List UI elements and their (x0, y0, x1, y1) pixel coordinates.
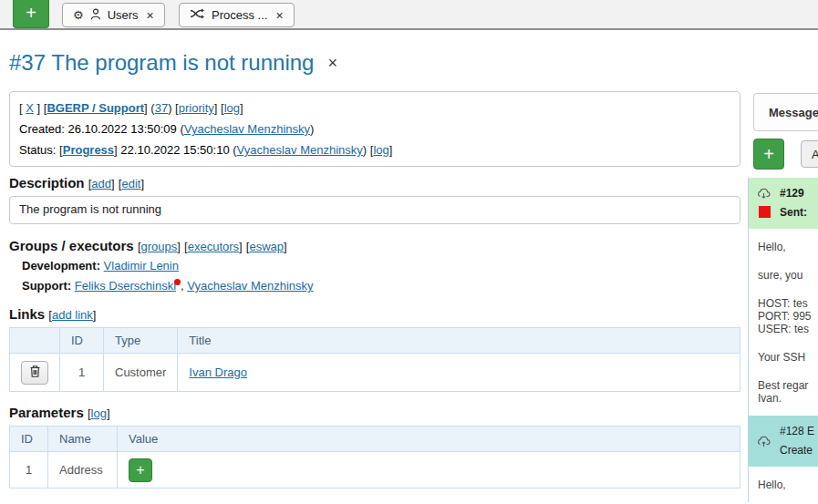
add-param-value-button[interactable]: + (129, 458, 152, 482)
message-body-line: Ivan. (758, 392, 818, 405)
status-author-link[interactable]: Vyacheslav Menzhinsky (237, 143, 363, 157)
plus-icon: + (26, 3, 36, 23)
plus-icon: + (763, 144, 774, 165)
column-header-actions (10, 328, 60, 354)
groups-link[interactable]: groups (141, 240, 178, 253)
column-header-id: ID (60, 328, 104, 354)
list-item: #128 E Create Hello, (749, 416, 818, 502)
created-datetime: 26.10.2022 13:50:09 (68, 122, 177, 136)
link-title-link[interactable]: Ivan Drago (189, 365, 247, 379)
groups-heading: Groups / executors [groups] [executors] … (9, 238, 287, 253)
table-row: 1 Address + (10, 452, 740, 489)
gear-icon: ⚙ (73, 9, 84, 21)
shuffle-icon (190, 8, 205, 22)
executors-link[interactable]: executors (188, 240, 239, 253)
message-header[interactable]: #129 Sent: (749, 178, 818, 229)
tab-bar: + ⚙ Users × Process ... × (0, 0, 818, 30)
eswap-link[interactable]: eswap (249, 240, 284, 253)
description-edit-link[interactable]: edit (121, 177, 140, 190)
column-header-id: ID (10, 427, 48, 452)
close-link[interactable]: X (26, 101, 34, 115)
close-icon[interactable]: × (147, 8, 154, 23)
new-tab-button[interactable]: + (13, 0, 49, 28)
notification-dot (174, 279, 181, 285)
parameters-log-link[interactable]: log (91, 406, 107, 420)
status-log-link[interactable]: log (373, 143, 388, 157)
add-link-link[interactable]: add link (52, 308, 93, 322)
tab-label: Process ... (212, 8, 267, 22)
ticket-info-box: [ X ] [BGERP / Support] (37) [priority] … (9, 91, 740, 167)
add-message-button[interactable]: + (753, 139, 784, 170)
parameters-heading: Parameters [log] (9, 405, 110, 420)
cloud-message-icon (757, 435, 771, 451)
message-body-line: HOST: tes (758, 297, 818, 310)
message-id: #129 (780, 184, 807, 203)
status-link[interactable]: Progress (63, 143, 114, 157)
close-ticket-icon[interactable]: × (327, 54, 337, 73)
message-body-line: sure, you (758, 269, 818, 282)
message-body-line: Your SSH (758, 351, 818, 364)
delete-link-button[interactable] (21, 361, 48, 385)
link-id-cell: 1 (60, 354, 104, 392)
status-datetime: 22.10.2022 15:50:10 (120, 143, 229, 157)
column-header-type: Type (104, 328, 178, 354)
created-author-link[interactable]: Vyacheslav Menzhinsky (184, 122, 310, 136)
tab-users[interactable]: ⚙ Users × (62, 3, 165, 27)
cloud-message-icon (757, 187, 771, 203)
links-table-header: ID Type Title (10, 328, 740, 354)
plus-icon: + (136, 463, 144, 478)
link-type-cell: Customer (104, 354, 178, 392)
project-link[interactable]: BGERP / Support (47, 101, 144, 115)
links-heading: Links [add link] (9, 306, 96, 322)
column-header-value: Value (118, 427, 740, 452)
all-messages-button[interactable]: All (801, 140, 818, 168)
ticket-id-link[interactable]: 37 (155, 101, 168, 115)
message-body-line: USER: tes (758, 323, 818, 335)
messages-tab[interactable]: Messages (753, 93, 818, 131)
info-line-created: Created: 26.10.2022 13:50:09 (Vyacheslav… (19, 118, 730, 139)
param-id-cell: 1 (10, 452, 48, 489)
message-body-line: PORT: 995 (758, 310, 818, 323)
close-icon[interactable]: × (275, 8, 283, 23)
message-body: Hello, (749, 467, 818, 502)
executor-row-support: Support: Feliks Dserschinski, Vyacheslav… (22, 279, 314, 293)
trash-icon (30, 365, 40, 380)
page-title: #37 The program is not running (9, 50, 314, 76)
parameters-table-header: ID Name Value (10, 427, 740, 452)
description-text: The program is not running (9, 196, 740, 224)
executor-link[interactable]: Feliks Dserschinski (75, 279, 176, 293)
description-heading: Description [add] [edit] (9, 175, 144, 190)
links-table: ID Type Title 1 Customer Ivan Drago (9, 327, 740, 392)
log-link[interactable]: log (224, 101, 240, 115)
message-id: #128 E (780, 422, 814, 441)
info-line-actions: [ X ] [BGERP / Support] (37) [priority] … (19, 98, 730, 118)
tab-label: Users (108, 8, 139, 22)
parameters-table: ID Name Value 1 Address + (9, 426, 740, 489)
table-row: 1 Customer Ivan Drago (10, 354, 740, 392)
executor-link[interactable]: Vyacheslav Menzhinsky (187, 279, 313, 293)
description-add-link[interactable]: add (91, 177, 111, 190)
executor-row-development: Development: Vladimir Lenin (22, 259, 179, 273)
attachment-indicator (759, 206, 771, 218)
message-header[interactable]: #128 E Create (749, 416, 818, 467)
message-created-label: Create (780, 441, 814, 460)
ticket-title-row: #37 The program is not running × (9, 50, 337, 76)
executor-link[interactable]: Vladimir Lenin (104, 259, 179, 273)
message-body-line: Best regar (758, 379, 818, 392)
message-body: Hello, sure, you HOST: tes PORT: 995 USE… (749, 229, 818, 416)
column-header-title: Title (178, 328, 740, 354)
column-header-name: Name (48, 427, 118, 452)
message-body-line: Hello, (758, 478, 818, 491)
param-name-cell: Address (48, 452, 118, 489)
message-body-line: Hello, (758, 241, 818, 253)
user-icon (90, 8, 101, 23)
list-item: #129 Sent: Hello, sure, you HOST: tes PO… (749, 178, 818, 416)
tab-process[interactable]: Process ... × (179, 3, 295, 27)
message-list: #129 Sent: Hello, sure, you HOST: tes PO… (748, 178, 818, 502)
priority-link[interactable]: priority (179, 101, 214, 115)
message-sent-label: Sent: (780, 203, 807, 222)
info-line-status: Status: [Progress] 22.10.2022 15:50:10 (… (19, 139, 730, 160)
